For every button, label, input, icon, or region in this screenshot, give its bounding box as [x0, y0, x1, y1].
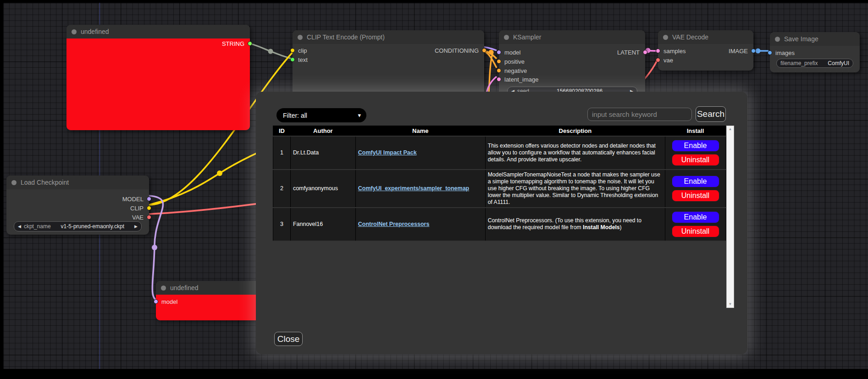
extension-list-area: ID Author Name Description Install 1 Dr.… [273, 126, 734, 308]
input-label: text [298, 56, 308, 63]
uninstall-button[interactable]: Uninstall [672, 225, 719, 237]
input-label: model [504, 49, 520, 56]
filter-selected-value: Filter: all [283, 112, 307, 119]
wire-dot-model[interactable] [152, 245, 157, 250]
table-row: 3 Fannovel16 ControlNet Preprocessors Co… [273, 208, 726, 241]
collapse-dot-icon[interactable] [161, 286, 166, 291]
wire-dot-string[interactable] [268, 49, 273, 54]
input-port-model[interactable] [154, 299, 158, 304]
node-titlebar[interactable]: Save Image [770, 32, 860, 46]
widget-label: filename_prefix [780, 60, 818, 66]
cell-id: 2 [273, 170, 291, 208]
input-label: latent_image [504, 76, 538, 83]
increment-arrow-icon[interactable]: ▶ [134, 224, 138, 229]
extension-link[interactable]: ComfyUI_experiments/sampler_tonemap [358, 185, 469, 192]
input-port-clip[interactable] [290, 48, 295, 53]
collapse-dot-icon[interactable] [298, 35, 303, 40]
cell-author: comfyanonymous [290, 170, 355, 208]
output-label: LATENT [617, 49, 640, 56]
node-title: VAE Decode [672, 33, 708, 41]
output-port-clip[interactable] [147, 206, 151, 210]
output-port-model[interactable] [147, 197, 151, 201]
scroll-up-icon[interactable]: ▲ [729, 126, 732, 132]
widget-label: ckpt_name [24, 223, 51, 230]
node-title: Load Checkpoint [21, 179, 69, 186]
col-header-install: Install [665, 126, 726, 136]
wire-latent-image[interactable] [487, 77, 497, 93]
filename-prefix-value[interactable]: ComfyUI [828, 60, 849, 66]
node-ksampler[interactable]: KSampler model positive negative latent_… [499, 30, 645, 97]
input-port-text[interactable] [290, 57, 295, 62]
extension-manager-modal: Filter: all ▾ Search ID Author Name Desc… [256, 92, 747, 354]
output-port-string[interactable] [248, 41, 252, 46]
filename-prefix-widget[interactable]: filename_prefix ComfyUI [776, 59, 853, 68]
wire-dot-clip[interactable] [217, 170, 222, 176]
node-titlebar[interactable]: KSampler [499, 30, 645, 44]
col-header-description: Description [485, 126, 665, 136]
output-label: CLIP [130, 205, 144, 212]
input-port-samples[interactable] [656, 49, 660, 53]
node-undefined-top[interactable]: undefined STRING [66, 25, 250, 130]
output-port-vae[interactable] [147, 215, 151, 220]
search-input[interactable] [587, 108, 692, 121]
node-title: KSampler [513, 33, 541, 41]
uninstall-button[interactable]: Uninstall [672, 154, 719, 166]
uninstall-button[interactable]: Uninstall [672, 190, 719, 202]
extension-link[interactable]: ComfyUI Impact Pack [358, 149, 417, 156]
output-label: CONDITIONING [435, 47, 479, 54]
node-titlebar[interactable]: CLIP Text Encode (Prompt) [293, 30, 484, 44]
input-label: positive [504, 58, 525, 65]
table-row: 1 Dr.Lt.Data ComfyUI Impact Pack This ex… [273, 136, 726, 170]
output-label: VAE [132, 214, 144, 221]
scroll-down-icon[interactable]: ▼ [729, 301, 732, 308]
vertical-scrollbar[interactable]: ▲ ▼ [726, 126, 734, 308]
input-label: samples [663, 48, 686, 55]
cell-id: 3 [273, 208, 291, 241]
enable-button[interactable]: Enable [672, 176, 719, 187]
ckpt-name-widget[interactable]: ◀ ckpt_name v1-5-pruned-emaonly.ckpt ▶ [14, 221, 142, 231]
extension-table: ID Author Name Description Install 1 Dr.… [273, 126, 726, 242]
input-label: images [775, 49, 795, 56]
collapse-dot-icon[interactable] [504, 35, 509, 40]
collapse-dot-icon[interactable] [663, 35, 668, 40]
cell-author: Fannovel16 [290, 208, 355, 241]
node-save-image[interactable]: Save Image images filename_prefix ComfyU… [770, 32, 860, 72]
node-load-checkpoint[interactable]: Load Checkpoint MODEL CLIP VAE ◀ ckpt_na… [6, 176, 149, 235]
table-row: 2 comfyanonymous ComfyUI_experiments/sam… [273, 170, 726, 208]
node-vae-decode[interactable]: VAE Decode samples vae IMAGE [658, 30, 753, 71]
wire-dot-image[interactable] [756, 49, 761, 54]
input-port-latent-image[interactable] [497, 77, 501, 82]
input-port-negative[interactable] [497, 68, 501, 73]
search-button[interactable]: Search [696, 106, 726, 122]
input-port-vae[interactable] [656, 58, 660, 62]
input-label: model [161, 298, 177, 305]
filter-select[interactable]: Filter: all ▾ [276, 108, 366, 122]
cell-description: ControlNet Preprocessors. (To use this e… [485, 208, 665, 241]
chevron-down-icon: ▾ [358, 112, 361, 119]
ckpt-name-value[interactable]: v1-5-pruned-emaonly.ckpt [61, 223, 125, 230]
output-port-image[interactable] [751, 49, 756, 53]
wire-dot-cond[interactable] [489, 50, 494, 55]
enable-button[interactable]: Enable [672, 140, 719, 152]
node-titlebar[interactable]: undefined [66, 25, 250, 38]
enable-button[interactable]: Enable [672, 211, 719, 223]
extension-link[interactable]: ControlNet Preprocessors [358, 221, 430, 227]
node-titlebar[interactable]: Load Checkpoint [6, 176, 149, 189]
node-title: Save Image [784, 35, 818, 43]
cell-description: This extension offers various detector n… [485, 136, 665, 170]
collapse-dot-icon[interactable] [11, 180, 17, 185]
collapse-dot-icon[interactable] [72, 29, 77, 34]
close-button[interactable]: Close [274, 332, 303, 346]
decrement-arrow-icon[interactable]: ◀ [18, 224, 21, 229]
output-label: STRING [222, 40, 244, 47]
collapse-dot-icon[interactable] [775, 37, 780, 42]
node-titlebar[interactable]: VAE Decode [658, 30, 753, 44]
input-label: clip [298, 47, 307, 54]
input-port-images[interactable] [768, 50, 772, 55]
input-port-model[interactable] [497, 50, 501, 55]
cell-id: 1 [273, 136, 291, 170]
node-title: undefined [81, 28, 109, 35]
input-port-positive[interactable] [497, 59, 501, 64]
output-port-latent[interactable] [643, 50, 647, 55]
output-port-conditioning[interactable] [482, 48, 487, 53]
